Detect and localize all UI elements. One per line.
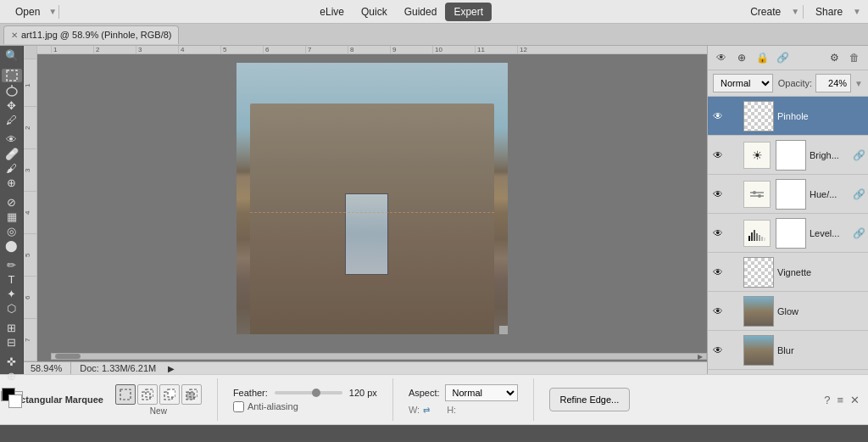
- nav-arrow[interactable]: ▶: [168, 364, 175, 373]
- guided-tab[interactable]: Guided: [396, 3, 446, 21]
- layer-visibility-7[interactable]: 👁: [711, 344, 725, 357]
- svg-rect-12: [761, 237, 763, 241]
- layer-mask-4: [776, 218, 806, 249]
- layer-row[interactable]: 👁 Hue/... 🔗: [708, 175, 868, 214]
- panel-lock-btn[interactable]: 🔒: [754, 49, 771, 66]
- tab-bar: ✕ art11.jpg @ 58.9% (Pinhole, RGB/8): [0, 24, 868, 46]
- expert-tab[interactable]: Expert: [445, 3, 492, 21]
- tab-close[interactable]: ✕: [11, 31, 18, 40]
- panel-eye-btn[interactable]: 👁: [713, 49, 730, 66]
- new-selection-btn[interactable]: [115, 384, 136, 405]
- panel-delete-btn[interactable]: 🗑: [846, 49, 863, 66]
- layer-thumb-7: [743, 335, 774, 366]
- menu-bar: Open ▼ eLive Quick Guided Expert Create …: [0, 0, 868, 24]
- layer-thumb-4: [743, 220, 771, 247]
- panel-cursor-btn[interactable]: ⊕: [733, 49, 750, 66]
- add-selection-btn[interactable]: [137, 384, 158, 405]
- layer-mask-3: [776, 179, 806, 210]
- layer-name-6: Glow: [777, 306, 849, 316]
- w-link-icon: ⇄: [423, 406, 430, 415]
- blur-tool[interactable]: ◎: [2, 225, 22, 238]
- layer-row[interactable]: 👁 Level... 🔗: [708, 214, 868, 253]
- feather-section: Feather: 120 px Anti-aliasing: [233, 388, 377, 412]
- panel-link-btn[interactable]: 🔗: [774, 49, 791, 66]
- layer-chain-2: 🔗: [853, 149, 865, 161]
- healing-tool[interactable]: 🩹: [2, 148, 22, 160]
- layer-visibility-4[interactable]: 👁: [711, 227, 725, 240]
- eyedropper-tool[interactable]: 🖊: [2, 114, 22, 126]
- layer-visibility-6[interactable]: 👁: [711, 305, 725, 318]
- feather-slider[interactable]: [275, 391, 342, 394]
- lasso-tool[interactable]: [2, 84, 22, 98]
- refine-edge-button[interactable]: Refine Edge...: [549, 388, 631, 411]
- layer-thumb-2: ☀: [743, 142, 771, 169]
- pen-tool[interactable]: ✏: [2, 259, 22, 271]
- zoom-level: 58.94%: [31, 363, 62, 373]
- stamp-tool[interactable]: ⊕: [2, 176, 22, 189]
- layer-lock-5: [728, 266, 740, 278]
- open-menu[interactable]: Open: [7, 3, 48, 21]
- create-menu[interactable]: Create: [742, 3, 789, 21]
- background-color[interactable]: [8, 394, 22, 408]
- layer-chain-5: [853, 266, 865, 278]
- transform-tool[interactable]: ⊟: [2, 336, 22, 349]
- move-tool[interactable]: ✥: [2, 99, 22, 112]
- shape-options: New: [115, 384, 202, 416]
- eye-tool[interactable]: 👁: [2, 133, 22, 146]
- layer-row[interactable]: 👁 ☀ Brigh... 🔗: [708, 136, 868, 175]
- quick-tab[interactable]: Quick: [353, 3, 396, 21]
- layer-visibility-1[interactable]: 👁: [711, 109, 725, 123]
- zoom-out-tool[interactable]: ⊕: [2, 370, 22, 383]
- layer-name-5: Vignette: [777, 267, 849, 277]
- ruler-top: 1 2 3 4 5 6 7 8 9 10 11 12: [24, 46, 707, 54]
- gradient-tool[interactable]: ▦: [2, 210, 22, 223]
- right-panel: 👁 ⊕ 🔒 🔗 ⚙ 🗑 Normal Opacity: ▼ 👁: [707, 46, 868, 374]
- opacity-input[interactable]: [815, 74, 851, 92]
- options-close-icon[interactable]: ✕: [850, 394, 860, 406]
- brush-tool[interactable]: 🖌: [2, 162, 22, 175]
- zoom-tool[interactable]: 🔍: [2, 49, 22, 62]
- layer-lock-6: [728, 305, 740, 317]
- path-tool[interactable]: ✦: [2, 288, 22, 300]
- ruler-left: 1 2 3 4 5 6 7: [24, 54, 37, 361]
- layer-visibility-2[interactable]: 👁: [711, 148, 725, 162]
- panel-settings-btn[interactable]: ⚙: [826, 49, 843, 66]
- document-tab[interactable]: ✕ art11.jpg @ 58.9% (Pinhole, RGB/8): [3, 25, 179, 44]
- subtract-selection-btn[interactable]: [159, 384, 180, 405]
- layers-list: 👁 Pinhole 👁 ☀ Brigh... 🔗: [708, 97, 868, 374]
- text-tool[interactable]: T: [2, 273, 22, 286]
- layer-thumb-1: [743, 101, 774, 131]
- opacity-arrow[interactable]: ▼: [854, 79, 863, 88]
- aspect-select[interactable]: Normal Fixed Ratio Fixed Size: [445, 384, 518, 401]
- layer-row[interactable]: 👁 🔒 Background ⊞: [708, 370, 868, 374]
- layer-visibility-5[interactable]: 👁: [711, 266, 725, 279]
- anti-alias-checkbox[interactable]: [233, 401, 244, 412]
- crop-tool[interactable]: ⊞: [2, 322, 22, 334]
- canvas-scroll[interactable]: ▶: [37, 54, 707, 361]
- layer-row[interactable]: 👁 Pinhole: [708, 97, 868, 136]
- intersect-selection-btn[interactable]: [181, 384, 202, 405]
- layer-row[interactable]: 👁 Blur: [708, 331, 868, 370]
- layer-row[interactable]: 👁 Glow: [708, 292, 868, 331]
- elive-tab[interactable]: eLive: [311, 3, 353, 21]
- shape-tool[interactable]: ⬡: [2, 302, 22, 315]
- marquee-tool[interactable]: [2, 69, 22, 82]
- eraser-tool[interactable]: ⊘: [2, 196, 22, 209]
- dodge-tool[interactable]: ⬤: [2, 239, 22, 252]
- layer-chain-7: [853, 344, 865, 356]
- svg-point-5: [753, 191, 756, 194]
- left-toolbar: 🔍 ✥ 🖊 👁 🩹 🖌 ⊕ ⊘ ▦ ◎ ⬤ ✏ T ✦ ⬡ ⊞ ⊟ ✜ ⊕: [0, 46, 24, 374]
- opacity-label: Opacity:: [778, 78, 812, 88]
- aspect-section: Aspect: Normal Fixed Ratio Fixed Size W:…: [409, 384, 518, 415]
- hand-tool[interactable]: ✜: [2, 355, 22, 368]
- share-menu[interactable]: Share: [807, 3, 851, 21]
- w-label: W:: [409, 405, 420, 415]
- layer-row[interactable]: 👁 Vignette: [708, 253, 868, 292]
- blend-mode-select[interactable]: Normal: [713, 74, 773, 92]
- layer-visibility-3[interactable]: 👁: [711, 187, 725, 201]
- blend-mode-row: Normal Opacity: ▼: [708, 70, 868, 97]
- options-bar: Rectangular Marquee New Feather:: [0, 374, 868, 425]
- options-menu-icon[interactable]: ≡: [837, 394, 843, 406]
- layer-chain-4: 🔗: [853, 227, 865, 239]
- help-icon[interactable]: ?: [824, 394, 830, 406]
